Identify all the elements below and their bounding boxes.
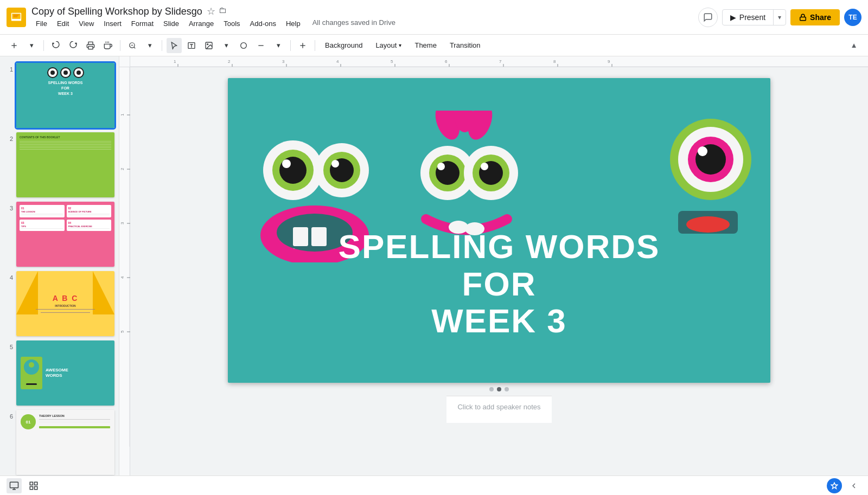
- present-button[interactable]: ▶ Present ▾: [722, 9, 786, 25]
- svg-text:2: 2: [228, 59, 231, 64]
- top-bar: Copy of Spelling Workshop by Slidesgo ☆ …: [0, 0, 868, 35]
- svg-rect-88: [35, 486, 37, 489]
- add-button[interactable]: [7, 38, 22, 53]
- ruler-corner: [119, 56, 130, 67]
- svg-point-72: [437, 163, 445, 170]
- separator-5: [315, 40, 315, 51]
- svg-point-15: [207, 43, 208, 44]
- svg-point-59: [282, 159, 291, 168]
- menu-slide[interactable]: Slide: [159, 18, 183, 29]
- redo-button[interactable]: [66, 38, 81, 53]
- menu-insert[interactable]: Insert: [99, 18, 126, 29]
- shape-button[interactable]: [236, 38, 251, 53]
- svg-text:3: 3: [120, 222, 125, 224]
- star-icon[interactable]: ☆: [207, 5, 215, 17]
- comments-button[interactable]: [698, 8, 718, 27]
- svg-rect-87: [30, 486, 33, 489]
- menu-file[interactable]: File: [31, 18, 52, 29]
- menu-view[interactable]: View: [74, 18, 98, 29]
- grid-view-button[interactable]: [26, 478, 41, 493]
- slide-num-1: 1: [4, 66, 13, 73]
- image-button[interactable]: [201, 38, 216, 53]
- slide-thumbnail-1[interactable]: 1 SPELLING WORDS: [0, 61, 119, 130]
- speaker-notes-placeholder: Click to add speaker notes: [457, 403, 540, 411]
- toolbar: ▾ ▾: [0, 35, 868, 56]
- text-box-button[interactable]: [184, 38, 199, 53]
- collapse-side-panel-button[interactable]: [846, 478, 861, 493]
- separator-1: [43, 40, 44, 51]
- ruler-container: 1 2 3 4 5 6 7 8 9: [119, 56, 868, 67]
- horizontal-ruler: 1 2 3 4 5 6 7 8 9: [130, 56, 868, 67]
- separator-2: [120, 40, 120, 51]
- slide-thumbnail-5[interactable]: 5 AWESOMEWORDS: [0, 338, 119, 408]
- separator-3: [162, 40, 162, 51]
- canvas-area: 1 2 3 4 5 6 7 8 9: [119, 56, 868, 475]
- svg-text:5: 5: [391, 59, 393, 64]
- slide-thumb-box-6: 01 THEORY LESSON: [16, 410, 114, 475]
- main-slide-canvas[interactable]: SPELLING WORDS FOR WEEK 3: [228, 78, 770, 383]
- svg-point-76: [481, 163, 488, 170]
- svg-rect-85: [30, 482, 33, 485]
- slide-thumbnail-6[interactable]: 6 01 THEORY LESSON: [0, 408, 119, 475]
- slide-thumb-box-2: CONTENTS OF THIS BOOKLET: [16, 132, 114, 197]
- paint-format-button[interactable]: [100, 38, 116, 53]
- present-main-button[interactable]: ▶ Present: [723, 10, 774, 25]
- slide-edit-area: 1 2 3 4 5: [119, 67, 868, 475]
- document-title[interactable]: Copy of Spelling Workshop by Slidesgo: [31, 6, 202, 17]
- bottom-bar: [0, 475, 868, 495]
- menu-help[interactable]: Help: [282, 18, 305, 29]
- svg-marker-89: [831, 483, 838, 488]
- slide-num-5: 5: [4, 344, 13, 350]
- svg-rect-6: [88, 46, 93, 49]
- present-dropdown-arrow[interactable]: ▾: [774, 10, 786, 24]
- svg-line-11: [134, 47, 136, 48]
- slide-dot-3[interactable]: [505, 387, 509, 391]
- speaker-notes[interactable]: Click to add speaker notes: [446, 396, 551, 423]
- separator-4: [290, 40, 291, 51]
- collapse-toolbar-button[interactable]: ▲: [846, 38, 861, 53]
- slide-thumbnail-4[interactable]: 4 A B C INTRODUCTION: [0, 269, 119, 338]
- slide-thumb-box-1: SPELLING WORDSFORWEEK 3: [16, 63, 114, 128]
- slide-thumbnail-3[interactable]: 3 01 THE LESSON 02 SCIENCE OF PICTURE: [0, 200, 119, 269]
- svg-point-63: [331, 160, 339, 168]
- transition-button[interactable]: Transition: [444, 38, 486, 53]
- slide-view-button[interactable]: [7, 478, 22, 493]
- share-button[interactable]: Share: [790, 9, 840, 25]
- ai-assistant-button[interactable]: [827, 478, 842, 493]
- svg-text:4: 4: [336, 59, 339, 64]
- slide-navigation-dots: [485, 383, 513, 396]
- menu-bar: File Edit View Insert Format Slide Arran…: [31, 18, 698, 29]
- line-dropdown[interactable]: ▾: [271, 38, 286, 53]
- image-dropdown[interactable]: ▾: [219, 38, 234, 53]
- slide-dot-1[interactable]: [489, 387, 494, 391]
- print-button[interactable]: [83, 38, 98, 53]
- slide-thumbnail-2[interactable]: 2 CONTENTS OF THIS BOOKLET: [0, 130, 119, 200]
- menu-edit[interactable]: Edit: [53, 18, 73, 29]
- line-button[interactable]: [253, 38, 269, 53]
- comment-button[interactable]: [295, 38, 310, 53]
- svg-text:3: 3: [282, 59, 285, 64]
- undo-button[interactable]: [48, 38, 63, 53]
- menu-addons[interactable]: Add-ons: [246, 18, 280, 29]
- svg-point-81: [698, 146, 707, 156]
- theme-button[interactable]: Theme: [409, 38, 442, 53]
- user-avatar[interactable]: TE: [844, 9, 861, 26]
- add-dropdown[interactable]: ▾: [24, 38, 39, 53]
- zoom-out-button[interactable]: [125, 38, 140, 53]
- title-area: Copy of Spelling Workshop by Slidesgo ☆ …: [31, 5, 698, 29]
- slide-num-6: 6: [4, 413, 13, 420]
- zoom-dropdown[interactable]: ▾: [142, 38, 157, 53]
- svg-rect-3: [800, 17, 806, 20]
- layout-button[interactable]: Layout ▾: [370, 38, 407, 53]
- svg-text:4: 4: [120, 276, 125, 279]
- layout-dropdown-icon: ▾: [399, 42, 401, 48]
- select-tool[interactable]: [167, 38, 182, 53]
- menu-tools[interactable]: Tools: [219, 18, 244, 29]
- menu-format[interactable]: Format: [127, 18, 158, 29]
- folder-icon[interactable]: 🗀: [219, 5, 227, 17]
- background-button[interactable]: Background: [320, 38, 368, 53]
- slide-dot-2[interactable]: [497, 387, 501, 391]
- menu-arrange[interactable]: Arrange: [184, 18, 218, 29]
- vertical-ruler: 1 2 3 4 5: [119, 67, 130, 475]
- svg-rect-84: [10, 482, 18, 488]
